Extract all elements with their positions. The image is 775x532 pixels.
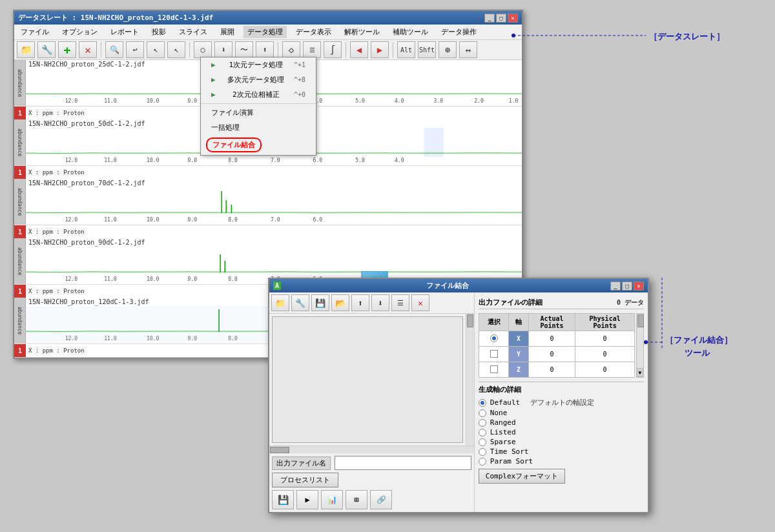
param-sort-radio[interactable] — [479, 458, 486, 466]
menu-slice[interactable]: スライス — [175, 26, 211, 38]
menu-file-join[interactable]: ファイル結合 — [201, 135, 316, 155]
down-button[interactable]: ⬇ — [214, 41, 232, 58]
ranged-radio[interactable] — [479, 419, 486, 427]
chart-badge-4[interactable]: 1 — [14, 285, 26, 298]
menu-options[interactable]: オプション — [58, 26, 101, 38]
svg-text:6.0: 6.0 — [313, 217, 323, 223]
svg-text:10.0: 10.0 — [147, 276, 160, 282]
x-radio-button[interactable] — [490, 334, 498, 342]
chart-svg-3: 12.0 11.0 10.0 9.0 8.0 7.0 6.0 — [26, 187, 522, 223]
dialog-save-btn[interactable]: 💾 — [311, 294, 329, 311]
dialog-up-btn[interactable]: ⬆ — [351, 294, 369, 311]
close-button[interactable]: ✕ — [508, 14, 518, 23]
cursor-button[interactable]: ↖ — [167, 41, 185, 58]
menu-batch[interactable]: 一括処理 — [201, 120, 316, 135]
chart-badge-1[interactable]: 1 — [14, 107, 26, 119]
menu-nd-processing[interactable]: ▶ 多次元データ処理 ^+8 — [201, 72, 316, 87]
dialog-delete-btn[interactable]: ✕ — [411, 294, 429, 311]
menu-2d-label: 2次元位相補正 — [232, 90, 280, 99]
sparse-radio[interactable] — [479, 438, 486, 446]
arrow-btn[interactable]: ↔ — [459, 41, 477, 58]
back-button[interactable]: ◀ — [350, 41, 368, 58]
process-list-button[interactable]: プロセスリスト — [272, 473, 338, 487]
complex-format-button[interactable]: Complexフォーマット — [479, 469, 565, 484]
run-footer-btn[interactable]: ▶ — [296, 490, 318, 509]
grid-footer-btn[interactable]: ⊞ — [346, 490, 367, 509]
dialog-down-btn[interactable]: ⬇ — [371, 294, 389, 311]
listed-radio[interactable] — [479, 429, 486, 436]
menu-file[interactable]: ファイル — [17, 26, 53, 38]
menu-utility-tool[interactable]: 補助ツール — [389, 26, 432, 38]
dialog-settings-btn[interactable]: 🔧 — [291, 294, 309, 311]
maximize-button[interactable]: □ — [496, 14, 506, 23]
wave-button[interactable]: 〜 — [235, 41, 253, 58]
file-ketsugou-dialog: A ファイル結合 _ □ ✕ 📁 🔧 💾 📂 ⬆ ⬇ ☰ ✕ — [268, 278, 649, 513]
dialog-folder-btn[interactable]: 📂 — [331, 294, 349, 311]
menu-expand[interactable]: 展開 — [216, 26, 238, 38]
chart-badge-3[interactable]: 1 — [14, 225, 26, 238]
svg-text:11.0: 11.0 — [104, 158, 117, 163]
undo-button[interactable]: ↩ — [126, 41, 144, 58]
seiseijiku-title: 生成軸の詳細 — [479, 385, 644, 394]
settings-button[interactable]: 🔧 — [37, 41, 56, 58]
x-actual-cell: 0 — [528, 331, 575, 347]
shift-button[interactable]: Shft — [418, 41, 436, 58]
select-button[interactable]: ↖ — [147, 41, 165, 58]
y-checkbox-cell[interactable] — [479, 347, 509, 362]
menu-1d-processing[interactable]: ▶ 1次元データ処理 ^+1 — [201, 57, 316, 72]
dialog-minimize[interactable]: _ — [610, 281, 621, 291]
none-radio[interactable] — [479, 409, 486, 417]
chart-footer-2: 1 X : ppm : Proton — [14, 166, 522, 179]
option-ranged: Ranged — [479, 418, 644, 427]
z-checkbox[interactable] — [490, 365, 498, 373]
save-footer-btn[interactable]: 💾 — [272, 490, 294, 509]
x-radio-cell[interactable] — [479, 331, 509, 347]
y-axis-cell: Y — [509, 347, 529, 362]
dialog-close[interactable]: ✕ — [634, 281, 644, 291]
menu-data-operation[interactable]: データ操作 — [437, 26, 480, 38]
y-axis-label-4: abundance — [14, 238, 26, 284]
minimize-button[interactable]: _ — [484, 14, 495, 23]
dialog-vertical-scroll[interactable] — [466, 314, 474, 445]
dialog-list-btn[interactable]: ☰ — [391, 294, 409, 311]
up-button[interactable]: ⬆ — [256, 41, 274, 58]
output-file-row: 出力ファイル名 — [272, 456, 471, 470]
dialog-maximize[interactable]: □ — [622, 281, 632, 291]
delete-button[interactable]: ✕ — [79, 41, 97, 58]
x-axis-label-5: X : ppm : Proton — [26, 347, 87, 354]
chart-footer-btn[interactable]: 📊 — [321, 490, 343, 509]
menu-data-processing[interactable]: データ処理 — [243, 26, 287, 38]
menu-data-display[interactable]: データ表示 — [292, 26, 335, 38]
menu-report[interactable]: レポート — [107, 26, 143, 38]
svg-text:10.0: 10.0 — [147, 217, 160, 223]
right-panel-scroll[interactable]: ▼ — [636, 313, 644, 378]
output-file-input[interactable] — [335, 456, 471, 470]
z-checkbox-cell[interactable] — [479, 362, 509, 378]
dialog-list-area[interactable] — [272, 316, 463, 443]
plus-circle[interactable]: ⊕ — [439, 41, 457, 58]
param-button[interactable]: ☰ — [303, 41, 321, 58]
y-checkbox[interactable] — [490, 350, 498, 358]
svg-text:7.0: 7.0 — [271, 158, 280, 163]
time-sort-radio[interactable] — [479, 448, 486, 456]
forward-button[interactable]: ▶ — [371, 41, 389, 58]
chart-badge-2[interactable]: 1 — [14, 166, 26, 179]
alt-button[interactable]: Alt — [397, 41, 415, 58]
dialog-body: 📁 🔧 💾 📂 ⬆ ⬇ ☰ ✕ — [269, 292, 648, 512]
dialog-horizontal-scroll[interactable] — [269, 445, 474, 453]
integral-button[interactable]: ∫ — [324, 41, 342, 58]
menu-file-calc[interactable]: ファイル演算 — [201, 105, 316, 120]
dialog-open-btn[interactable]: 📁 — [271, 294, 289, 311]
menu-analysis-tool[interactable]: 解析ツール — [340, 26, 384, 38]
add-button[interactable]: + — [58, 41, 76, 58]
menu-projection[interactable]: 投影 — [148, 26, 170, 38]
link-footer-btn[interactable]: 🔗 — [370, 490, 392, 509]
menu-2d-phase[interactable]: ▶ 2次元位相補正 ^+0 — [201, 87, 316, 102]
diamond-button[interactable]: ◇ — [282, 41, 300, 58]
circle-button[interactable]: ○ — [194, 41, 212, 58]
chart-badge-5[interactable]: 1 — [14, 344, 26, 357]
menu-1d-label: 1次元データ処理 — [229, 60, 283, 70]
open-button[interactable]: 📁 — [17, 41, 35, 58]
default-radio[interactable] — [479, 399, 486, 407]
zoom-button[interactable]: 🔍 — [105, 41, 123, 58]
